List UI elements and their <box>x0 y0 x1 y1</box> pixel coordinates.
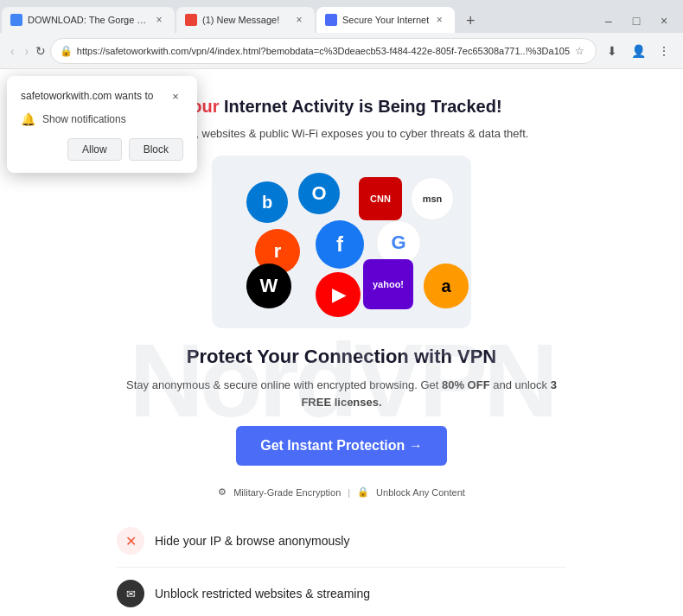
maximize-button[interactable]: □ <box>624 9 648 33</box>
outlook-logo: O <box>298 173 340 214</box>
tab-message-close[interactable]: × <box>292 13 306 27</box>
cta-button[interactable]: Get Instant Protection → <box>236 426 447 466</box>
popup-buttons: Allow Block <box>21 138 183 161</box>
protect-heading: Protect Your Connection with VPN <box>117 346 566 368</box>
notification-popup: safetoworkwith.com wants to × 🔔 Show not… <box>7 76 197 173</box>
window-close-button[interactable]: × <box>652 9 676 33</box>
badge-unblock: Unblock Any Content <box>376 487 465 498</box>
new-tab-button[interactable]: + <box>458 9 482 33</box>
encryption-icon: ⚙ <box>218 486 227 498</box>
tab-message[interactable]: (1) New Message! × <box>176 7 315 33</box>
tab-favicon-message <box>185 14 197 26</box>
divider: | <box>348 487 350 498</box>
popup-close-button[interactable]: × <box>168 88 183 104</box>
tab-bar: DOWNLOAD: The Gorge (2025... × (1) New M… <box>0 0 683 33</box>
browser-content: safetoworkwith.com wants to × 🔔 Show not… <box>0 69 683 616</box>
cnn-logo: CNN <box>359 177 402 220</box>
tab-secure-label: Secure Your Internet <box>342 15 429 25</box>
feature-icon-1: ✉ <box>117 580 144 607</box>
msn-logo: msn <box>411 177 454 220</box>
feature-row-0: ✕ Hide your IP & browse anonymously <box>117 515 566 568</box>
url-text: https://safetoworkwith.com/vpn/4/index.h… <box>77 46 570 56</box>
badge-encryption: Military-Grade Encryption <box>233 487 341 498</box>
tab-favicon-secure <box>325 14 337 26</box>
popup-title: safetoworkwith.com wants to <box>21 90 153 102</box>
logos-grid: b O CNN msn r f G W ▶ yahoo! a <box>229 173 454 311</box>
tab-secure-close[interactable]: × <box>432 13 446 27</box>
bookmark-icon: ☆ <box>575 45 587 57</box>
popup-header: safetoworkwith.com wants to × <box>21 88 183 104</box>
tab-download-label: DOWNLOAD: The Gorge (2025... <box>28 15 149 25</box>
account-button[interactable]: 👤 <box>626 39 650 63</box>
popup-notification-text: Show notifications <box>42 113 126 125</box>
amazon-logo: a <box>424 264 469 308</box>
feature-text-1: Unblock restricted websites & streaming <box>155 587 370 600</box>
bing-logo: b <box>246 181 288 223</box>
tab-message-label: (1) New Message! <box>202 15 289 25</box>
forward-button[interactable]: › <box>22 39 33 63</box>
tab-favicon <box>10 14 22 26</box>
lock-icon: 🔒 <box>60 45 72 57</box>
nav-bar: ‹ › ↻ 🔒 https://safetoworkwith.com/vpn/4… <box>0 33 683 69</box>
menu-button[interactable]: ⋮ <box>652 39 676 63</box>
wikipedia-logo: W <box>246 264 291 308</box>
feature-row-1: ✉ Unblock restricted websites & streamin… <box>117 568 566 616</box>
unblock-icon: 🔒 <box>357 486 369 498</box>
bell-icon: 🔔 <box>21 112 35 126</box>
address-bar[interactable]: 🔒 https://safetoworkwith.com/vpn/4/index… <box>50 38 597 64</box>
minimize-button[interactable]: – <box>597 9 621 33</box>
protect-subtext: Stay anonymous & secure online with encr… <box>117 377 566 410</box>
download-button[interactable]: ⬇ <box>600 39 624 63</box>
reload-button[interactable]: ↻ <box>35 39 47 63</box>
discount-text: 80% OFF <box>442 378 490 391</box>
licenses-text: 3 FREE licenses. <box>301 378 557 409</box>
logos-container: b O CNN msn r f G W ▶ yahoo! a <box>212 156 471 328</box>
browser-window: DOWNLOAD: The Gorge (2025... × (1) New M… <box>0 0 683 616</box>
allow-button[interactable]: Allow <box>67 138 122 161</box>
block-button[interactable]: Block <box>129 138 183 161</box>
popup-notification-row: 🔔 Show notifications <box>21 112 183 126</box>
feature-icon-0: ✕ <box>117 527 144 555</box>
tab-download-close[interactable]: × <box>152 13 166 27</box>
facebook-logo: f <box>316 220 364 269</box>
tab-secure[interactable]: Secure Your Internet × <box>316 7 455 33</box>
back-button[interactable]: ‹ <box>7 39 18 63</box>
youtube-logo: ▶ <box>316 272 361 317</box>
feature-text-0: Hide your IP & browse anonymously <box>155 534 349 548</box>
trust-badges: ⚙ Military-Grade Encryption | 🔒 Unblock … <box>117 486 566 498</box>
yahoo-logo: yahoo! <box>363 259 413 309</box>
tab-download[interactable]: DOWNLOAD: The Gorge (2025... × <box>2 7 175 33</box>
